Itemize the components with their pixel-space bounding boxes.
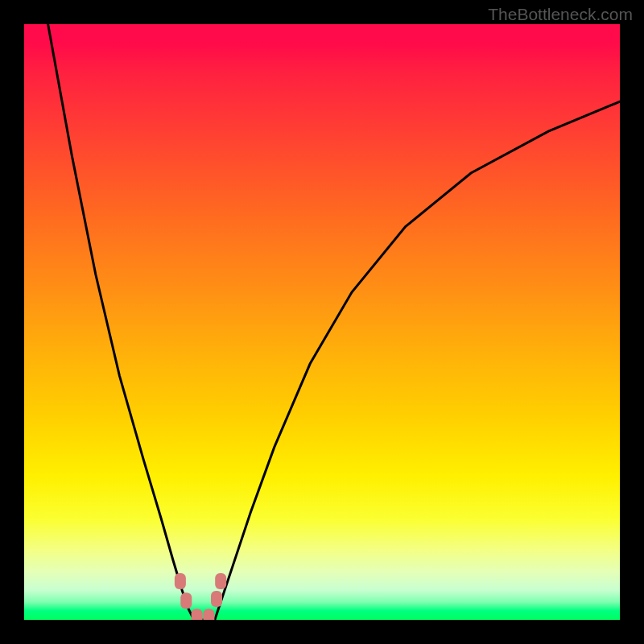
watermark-text: TheBottleneck.com	[488, 5, 633, 24]
marker-2	[192, 609, 203, 620]
chart-lines	[48, 24, 620, 620]
marker-4	[211, 591, 222, 607]
marker-1	[180, 592, 192, 609]
series-left-curve	[48, 24, 194, 620]
marker-5	[215, 573, 226, 589]
series-right-curve	[215, 101, 620, 620]
chart-svg	[24, 24, 620, 620]
chart-markers	[175, 573, 226, 620]
marker-3	[203, 609, 214, 620]
marker-0	[175, 573, 186, 589]
